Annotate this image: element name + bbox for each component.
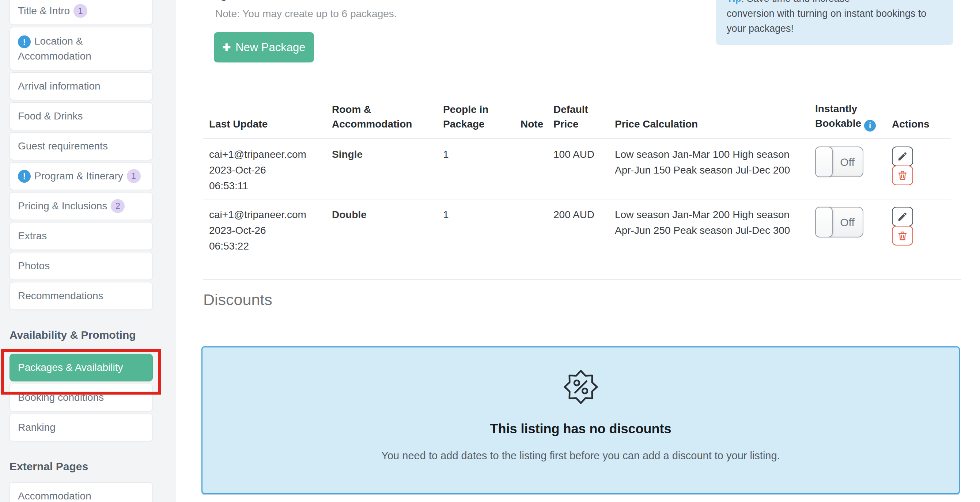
tip-callout: Tip: Save time and increase conversion w… [716, 0, 953, 45]
packages-note: Note: You may create up to 6 packages. [215, 8, 397, 20]
trash-icon [897, 170, 908, 181]
sidebar-item-label: Guest requirements [18, 140, 108, 152]
cell-people: 1 [437, 139, 515, 200]
discount-badge-icon [564, 370, 598, 404]
sidebar-section-external-pages: External Pages [10, 460, 153, 473]
instant-bookable-toggle[interactable]: Off [815, 207, 863, 237]
sidebar-rail: Title & Intro 1 !Location & Accommodatio… [10, 0, 153, 502]
package-row: cai+1@tripaneer.com 2023-Oct-26 06:53:22… [203, 199, 951, 259]
sidebar-item-label: Booking conditions [18, 392, 104, 404]
delete-package-button[interactable] [892, 165, 913, 185]
sidebar-item-accommodation[interactable]: Accommodation [10, 482, 153, 502]
discounts-heading: Discounts [203, 291, 272, 309]
cell-note [515, 139, 547, 200]
sidebar-item-ranking[interactable]: Ranking [10, 414, 153, 442]
sidebar-item-packages-availability[interactable]: Packages & Availability [10, 354, 153, 381]
count-badge: 1 [73, 4, 88, 18]
tip-line1: Tip: Save time and increase [727, 0, 850, 4]
column-default-price: Default Price [554, 104, 588, 130]
listing-editor-page: Title & Intro 1 !Location & Accommodatio… [0, 0, 980, 502]
cell-price-calculation: Low season Jan-Mar 100 High season Apr-J… [609, 139, 809, 200]
instant-bookable-toggle[interactable]: Off [815, 146, 863, 177]
sidebar-item-location-accommodation[interactable]: !Location & Accommodation [10, 27, 153, 70]
sidebar-item-guest-requirements[interactable]: Guest requirements [10, 132, 153, 160]
packages-table: Last Update Room & Accommodation People … [203, 102, 951, 259]
cell-note [515, 199, 547, 259]
tip-line2: conversion with turning on instant booki… [727, 8, 926, 19]
edit-package-button[interactable] [892, 146, 913, 166]
sidebar-item-program-itinerary[interactable]: ! Program & Itinerary 1 [10, 162, 153, 190]
package-row: cai+1@tripaneer.com 2023-Oct-26 06:53:11… [203, 139, 951, 200]
sidebar-item-label: Ranking [18, 422, 56, 433]
plus-icon: ✚ [223, 42, 231, 53]
info-icon[interactable]: i [864, 120, 876, 132]
column-instantly-bookable: Instantly Bookable [815, 103, 861, 129]
cell-people: 1 [437, 199, 515, 259]
toggle-state-label: Off [840, 154, 854, 170]
delete-package-button[interactable] [892, 226, 913, 246]
sidebar-item-label: Packages & Availability [18, 362, 123, 373]
pencil-icon [897, 151, 908, 162]
cell-default-price: 200 AUD [547, 199, 609, 259]
cell-instantly-bookable: Off [809, 139, 886, 200]
table-header-row: Last Update Room & Accommodation People … [203, 102, 951, 139]
warning-icon: ! [18, 170, 31, 183]
discounts-empty-message: You need to add dates to the listing fir… [202, 450, 959, 462]
sidebar-item-label: Accommodation [18, 490, 91, 502]
sidebar: Title & Intro 1 !Location & Accommodatio… [0, 0, 176, 502]
warning-icon: ! [18, 35, 31, 48]
cell-room: Double [326, 199, 437, 259]
column-people-in-package: People in Package [443, 104, 488, 130]
sidebar-item-photos[interactable]: Photos [10, 252, 153, 280]
sidebar-item-pricing-inclusions[interactable]: Pricing & Inclusions 2 [10, 192, 153, 220]
column-price-calculation: Price Calculation [615, 118, 698, 130]
discounts-empty-title: This listing has no discounts [202, 421, 959, 437]
trash-icon [897, 230, 908, 241]
sidebar-item-label: Extras [18, 230, 47, 242]
new-package-button[interactable]: ✚ New Package [214, 32, 314, 62]
tip-line3: your packages! [727, 23, 794, 34]
pencil-icon [897, 211, 908, 222]
cell-default-price: 100 AUD [547, 139, 609, 200]
sidebar-item-arrival-information[interactable]: Arrival information [10, 72, 153, 100]
cell-last-update: cai+1@tripaneer.com 2023-Oct-26 06:53:11 [203, 139, 326, 200]
cell-instantly-bookable: Off [809, 199, 886, 259]
sidebar-section-availability-promoting: Availability & Promoting [10, 329, 153, 341]
count-badge: 1 [127, 169, 141, 183]
cell-room: Single [326, 139, 437, 200]
sidebar-item-booking-conditions[interactable]: Booking conditions [10, 384, 153, 411]
cell-last-update: cai+1@tripaneer.com 2023-Oct-26 06:53:22 [203, 199, 326, 259]
sidebar-item-label: Food & Drinks [18, 110, 83, 122]
cell-actions [886, 139, 951, 200]
sidebar-item-label: Recommendations [18, 290, 103, 302]
sidebar-item-label: Pricing & Inclusions [18, 200, 107, 212]
sidebar-item-food-drinks[interactable]: Food & Drinks [10, 102, 153, 130]
count-badge: 2 [111, 199, 125, 213]
sidebar-item-label: Arrival information [18, 80, 100, 92]
toggle-knob [815, 146, 833, 177]
column-note: Note [520, 118, 543, 130]
sidebar-item-extras[interactable]: Extras [10, 222, 153, 250]
sidebar-item-label: Photos [18, 260, 50, 272]
column-actions: Actions [892, 118, 929, 130]
cell-price-calculation: Low season Jan-Mar 200 High season Apr-J… [609, 199, 809, 259]
toggle-knob [815, 207, 833, 237]
sidebar-item-label: Title & Intro [18, 5, 70, 17]
toggle-state-label: Off [840, 214, 854, 230]
new-package-label: New Package [235, 41, 305, 54]
discounts-empty-state: This listing has no discounts You need t… [201, 346, 960, 494]
cell-actions [886, 199, 951, 259]
section-divider [203, 279, 961, 280]
column-room-accommodation: Room & Accommodation [332, 104, 412, 130]
tip-label: Tip [727, 0, 741, 4]
sidebar-item-title-intro[interactable]: Title & Intro 1 [10, 0, 153, 25]
edit-package-button[interactable] [892, 207, 913, 227]
column-last-update: Last Update [209, 118, 267, 130]
sidebar-item-label: Program & Itinerary [34, 170, 123, 182]
sidebar-item-recommendations[interactable]: Recommendations [10, 282, 153, 310]
